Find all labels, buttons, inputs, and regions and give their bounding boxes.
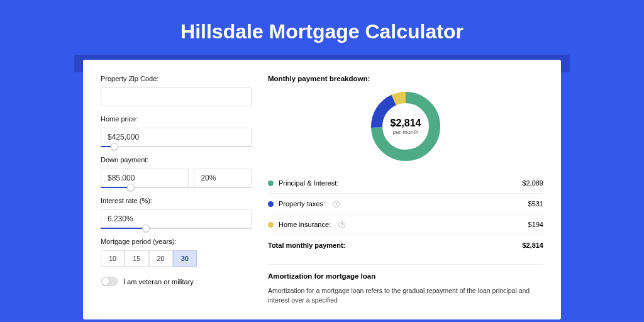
period-label: Mortgage period (years): [101, 238, 252, 245]
home-price-input[interactable] [101, 128, 252, 147]
info-icon[interactable]: ? [333, 201, 340, 208]
home-price-slider[interactable] [101, 146, 114, 147]
interest-input[interactable] [101, 209, 252, 228]
period-option-30[interactable]: 30 [173, 250, 197, 267]
payment-donut-chart: $2,814 per month [368, 89, 443, 164]
down-payment-slider[interactable] [101, 187, 131, 188]
row-value: $2,089 [522, 179, 543, 187]
interest-slider[interactable] [101, 228, 146, 229]
row-principal: Principal & Interest: $2,089 [268, 173, 543, 193]
veteran-toggle[interactable] [101, 277, 118, 286]
row-label: Home insurance: [279, 221, 331, 228]
slider-thumb[interactable] [127, 184, 135, 191]
row-total: Total monthly payment: $2,814 [268, 235, 543, 255]
row-label: Property taxes: [279, 200, 325, 208]
page-title: Hillsdale Mortgage Calculator [0, 20, 644, 43]
down-payment-label: Down payment: [101, 156, 252, 164]
period-segmented: 10 15 20 30 [101, 250, 252, 267]
period-option-20[interactable]: 20 [149, 250, 173, 267]
row-insurance: Home insurance: ? $194 [268, 214, 543, 235]
total-value: $2,814 [522, 242, 543, 249]
row-value: $531 [528, 200, 543, 208]
zip-label: Property Zip Code: [101, 75, 252, 82]
amortization-text: Amortization for a mortgage loan refers … [268, 286, 543, 304]
row-taxes: Property taxes: ? $531 [268, 193, 543, 214]
inputs-column: Property Zip Code: Home price: Down paym… [101, 75, 252, 304]
amortization-section: Amortization for mortgage loan Amortizat… [268, 264, 543, 304]
row-label: Principal & Interest: [279, 179, 338, 187]
zip-input[interactable] [101, 87, 252, 106]
calculator-card: Property Zip Code: Home price: Down paym… [83, 60, 561, 319]
interest-label: Interest rate (%): [101, 197, 252, 204]
down-payment-input[interactable] [101, 169, 189, 187]
amortization-title: Amortization for mortgage loan [268, 272, 543, 280]
row-value: $194 [528, 221, 543, 228]
info-icon[interactable]: ? [338, 221, 345, 228]
home-price-label: Home price: [101, 115, 252, 123]
donut-amount: $2,814 [391, 118, 421, 129]
breakdown-title: Monthly payment breakdown: [268, 75, 543, 82]
slider-thumb[interactable] [142, 225, 150, 232]
period-option-15[interactable]: 15 [125, 250, 148, 267]
veteran-label: I am veteran or military [123, 278, 194, 286]
period-option-10[interactable]: 10 [101, 250, 125, 267]
dot-icon [268, 201, 274, 207]
breakdown-rows: Principal & Interest: $2,089 Property ta… [268, 173, 543, 255]
down-payment-pct-input[interactable] [194, 169, 252, 187]
breakdown-column: Monthly payment breakdown: $2,814 per mo… [268, 75, 543, 304]
slider-thumb[interactable] [111, 143, 118, 150]
dot-icon [268, 180, 274, 186]
dot-icon [268, 222, 274, 228]
donut-sub: per month [393, 129, 419, 135]
total-label: Total monthly payment: [268, 242, 345, 249]
